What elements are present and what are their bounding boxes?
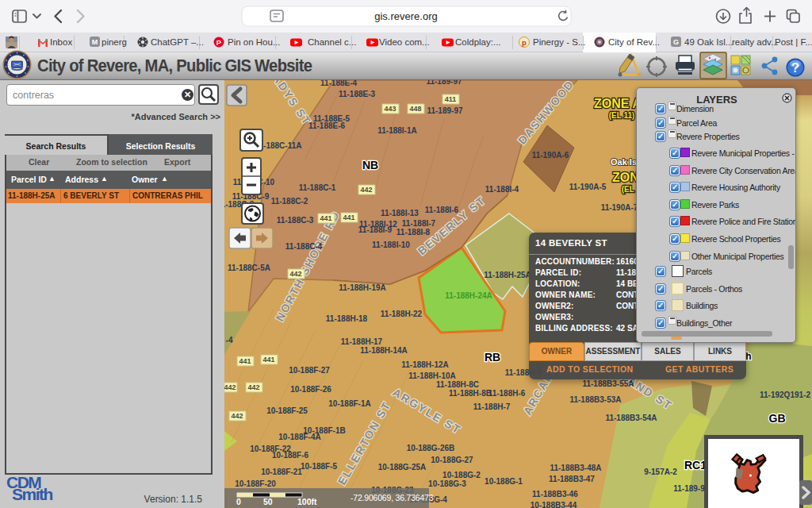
svg-text:10-188G-1: 10-188G-1 <box>485 477 523 486</box>
svg-text:11-188H-18: 11-188H-18 <box>326 314 368 323</box>
svg-text:P: P <box>216 38 222 47</box>
svg-text:10-188F-21: 10-188F-21 <box>261 468 302 476</box>
svg-text:11-188I-10: 11-188I-10 <box>372 241 410 249</box>
svg-text:11-188H-24A: 11-188H-24A <box>445 291 492 300</box>
svg-text:RC1: RC1 <box>684 459 707 471</box>
svg-text:11-188B3-48A: 11-188B3-48A <box>550 464 601 472</box>
svg-text:10-188F-20: 10-188F-20 <box>235 479 276 488</box>
svg-text:11-188B3-53A: 11-188B3-53A <box>569 395 621 404</box>
svg-text:442: 442 <box>360 186 372 194</box>
svg-text:11-188B3-46: 11-188B3-46 <box>532 490 578 498</box>
svg-text:-4: -4 <box>226 336 233 344</box>
svg-text:443: 443 <box>384 105 396 113</box>
svg-text:11-188I-9: 11-188I-9 <box>358 225 393 234</box>
svg-text:11-190A-5: 11-190A-5 <box>569 183 607 191</box>
svg-text:448: 448 <box>409 105 421 113</box>
svg-text:11-188H-7: 11-188H-7 <box>473 402 511 411</box>
svg-text:11-188I-7: 11-188I-7 <box>402 219 436 228</box>
svg-text:11-188E-3: 11-188E-3 <box>339 90 376 98</box>
svg-text:11-188B3-47: 11-188B3-47 <box>549 475 595 483</box>
svg-text:RB: RB <box>485 351 500 364</box>
svg-text:11-188E-4: 11-188E-4 <box>320 80 358 87</box>
svg-text:11-188H-8C: 11-188H-8C <box>436 380 479 389</box>
svg-text:10-188G-25A: 10-188G-25A <box>378 463 427 471</box>
svg-text:10-188G-27: 10-188G-27 <box>431 456 473 464</box>
svg-text:11-188B3-55A: 11-188B3-55A <box>582 379 634 388</box>
svg-text:10-188G-3: 10-188G-3 <box>428 479 466 488</box>
svg-text:442: 442 <box>231 412 243 420</box>
svg-text:11-188I-1A: 11-188I-1A <box>377 126 416 135</box>
svg-text:11-188H-6: 11-188H-6 <box>488 389 526 398</box>
svg-text:11-190A-6: 11-190A-6 <box>532 151 569 160</box>
svg-text:11-188I-13: 11-188I-13 <box>381 209 419 217</box>
svg-text:11-188H-10A: 11-188H-10A <box>408 371 455 380</box>
svg-text:11-188C-1: 11-188C-1 <box>299 183 336 192</box>
svg-text:10-188F-25: 10-188F-25 <box>266 406 308 415</box>
svg-text:ZONE A: ZONE A <box>594 97 642 110</box>
svg-text:?: ? <box>791 60 799 75</box>
svg-text:442: 442 <box>289 270 301 278</box>
svg-text:11-188H-12A: 11-188H-12A <box>401 360 448 369</box>
svg-text:11-188H-17: 11-188H-17 <box>341 337 383 346</box>
svg-text:(EL 11): (EL 11) <box>609 111 635 120</box>
svg-text:10-188F-6: 10-188F-6 <box>272 451 309 460</box>
svg-text:11-188H-22: 11-188H-22 <box>381 310 423 318</box>
svg-text:GB: GB <box>769 412 786 425</box>
svg-text:p: p <box>522 38 527 47</box>
svg-text:10-188F-1A: 10-188F-1A <box>328 399 370 408</box>
svg-text:441: 441 <box>320 214 331 222</box>
svg-text:11-188B3-54A: 11-188B3-54A <box>605 414 657 422</box>
svg-text:441: 441 <box>343 214 354 221</box>
svg-text:11-189-97: 11-189-97 <box>427 106 462 115</box>
svg-text:11-188C-5A: 11-188C-5A <box>228 264 270 272</box>
svg-text:100ft: 100ft <box>297 497 317 506</box>
svg-text:9-157A-2: 9-157A-2 <box>644 468 677 476</box>
svg-text:441: 441 <box>262 356 274 364</box>
svg-text:11-188I-8: 11-188I-8 <box>396 228 431 237</box>
svg-text:442: 442 <box>224 383 236 391</box>
svg-text:10-188G-26B: 10-188G-26B <box>407 444 455 452</box>
svg-text:10-188F-27: 10-188F-27 <box>289 366 330 375</box>
svg-text:gis.revere.org: gis.revere.org <box>374 10 437 22</box>
svg-text:11-189-97: 11-189-97 <box>426 80 462 86</box>
svg-text:10-188F-26: 10-188F-26 <box>290 385 331 394</box>
svg-text:h: h <box>745 351 751 362</box>
svg-text:10-188F-4A: 10-188F-4A <box>278 433 320 441</box>
svg-text:11-189-9: 11-189-9 <box>673 484 705 493</box>
svg-text:11-188H-14A: 11-188H-14A <box>360 346 407 355</box>
svg-text:10-188B3-44: 10-188B3-44 <box>530 501 577 508</box>
svg-text:M: M <box>92 38 98 46</box>
svg-text:11-188I-4: 11-188I-4 <box>485 185 519 194</box>
svg-text:10-188F-5: 10-188F-5 <box>301 462 338 471</box>
svg-text:NB: NB <box>362 159 378 171</box>
svg-text:11-188C-3: 11-188C-3 <box>277 216 314 225</box>
svg-text:11-188I-6: 11-188I-6 <box>425 206 459 214</box>
svg-text:0: 0 <box>236 497 241 506</box>
svg-text:11-188H-8B: 11-188H-8B <box>449 389 492 398</box>
svg-text:10-188G-2: 10-188G-2 <box>442 471 481 479</box>
svg-text:441: 441 <box>239 357 251 365</box>
svg-text:11-192Q191-2: 11-192Q191-2 <box>760 391 810 399</box>
svg-text:11-188E-6: 11-188E-6 <box>308 121 346 130</box>
svg-text:11-188C-4: 11-188C-4 <box>285 242 323 251</box>
svg-text:11-190A-7: 11-190A-7 <box>601 203 638 212</box>
svg-text:50: 50 <box>263 497 273 506</box>
svg-text:411: 411 <box>445 95 457 103</box>
svg-text:11-188H-19A: 11-188H-19A <box>339 283 385 292</box>
svg-text:G: G <box>673 38 679 46</box>
svg-text:442: 442 <box>247 383 259 391</box>
svg-text:11-188H-25A: 11-188H-25A <box>484 271 530 279</box>
